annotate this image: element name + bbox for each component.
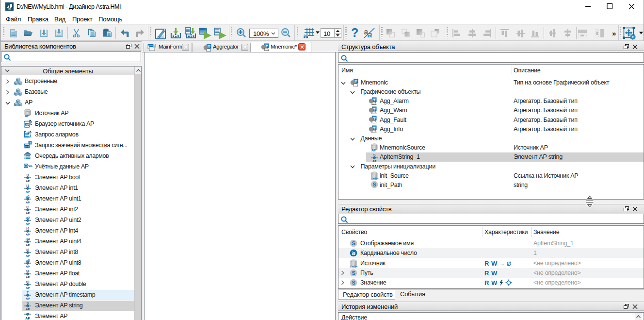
svg-text:АР: АР [26, 190, 30, 193]
svg-text:АР: АР [26, 180, 30, 182]
svg-text:АР: АР [26, 265, 30, 268]
svg-text:HMI: HMI [8, 8, 11, 10]
svg-text:АР: АР [372, 159, 376, 162]
svg-text:Rп: Rп [350, 265, 354, 268]
svg-text:Rп: Rп [371, 177, 375, 180]
svg-text:АР: АР [26, 286, 30, 289]
svg-text:S: S [372, 182, 376, 187]
svg-text:АР: АР [26, 222, 30, 225]
svg-text:АР: АР [26, 254, 30, 257]
svg-text:АР: АР [26, 212, 30, 214]
svg-text:?: ? [351, 27, 358, 38]
svg-text:АР: АР [26, 145, 29, 148]
svg-text:i8: i8 [352, 251, 355, 256]
svg-text:АР: АР [26, 201, 30, 203]
svg-text:АР: АР [25, 124, 29, 126]
svg-text:АР: АР [26, 297, 30, 300]
svg-text:S: S [352, 270, 355, 276]
svg-text:АР: АР [26, 233, 30, 236]
svg-text:АР: АР [26, 276, 30, 278]
svg-text:АР: АР [26, 308, 30, 310]
svg-text:АР: АР [371, 149, 376, 152]
svg-text:S: S [352, 240, 355, 246]
svg-text:S: S [352, 280, 355, 286]
svg-text:АР: АР [25, 317, 30, 320]
svg-text:АР: АР [26, 244, 30, 246]
svg-text:АР: АР [25, 114, 29, 118]
